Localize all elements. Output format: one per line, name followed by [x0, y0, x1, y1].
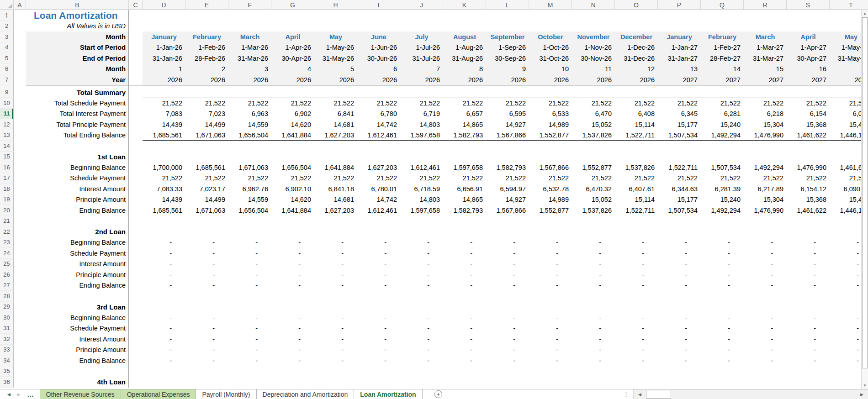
cell-Q4[interactable]: 1-Feb-27 [701, 42, 744, 53]
cell-I31[interactable]: - [357, 323, 400, 334]
cell-D31[interactable]: - [143, 323, 185, 334]
cell-M23[interactable]: - [529, 237, 572, 248]
cell-G32[interactable]: - [271, 334, 314, 345]
cell-S19[interactable]: 15,368 [787, 194, 830, 205]
cell-D16[interactable]: 1,700,000 [143, 162, 185, 173]
cell-E27[interactable]: - [185, 280, 228, 291]
cell-a1[interactable] [14, 10, 26, 21]
cell-L19[interactable]: 14,927 [486, 194, 529, 205]
cell-P2[interactable] [658, 21, 701, 32]
row-header-26[interactable]: 26 [0, 269, 14, 280]
cell-S32[interactable]: - [787, 334, 830, 345]
cell-I11[interactable]: 6,780 [357, 109, 400, 120]
cell-I22[interactable] [357, 226, 400, 237]
cell-S13[interactable]: 1,461,622 [787, 130, 830, 141]
cell-a17[interactable] [14, 173, 26, 184]
column-header-O[interactable]: O [615, 0, 658, 10]
cell-J3[interactable]: July [400, 31, 443, 42]
cell-S18[interactable]: 6,154.12 [787, 184, 830, 194]
cell-K34[interactable]: - [443, 355, 486, 366]
row-label-3[interactable]: Month [26, 31, 129, 42]
cell-P24[interactable]: - [658, 248, 701, 259]
row-header-7[interactable]: 7 [0, 74, 14, 85]
cell-I34[interactable]: - [357, 355, 400, 366]
cell-E12[interactable]: 14,499 [185, 119, 228, 130]
cell-S3[interactable]: April [787, 31, 830, 42]
vertical-scrollbar-thumb[interactable] [862, 17, 868, 368]
cell-c26[interactable] [129, 269, 143, 280]
cell-c4[interactable] [129, 42, 143, 53]
cell-N28[interactable] [572, 291, 615, 302]
cell-c24[interactable] [129, 248, 143, 259]
cell-L30[interactable]: - [486, 312, 529, 323]
cell-c28[interactable] [129, 291, 143, 302]
cell-a14[interactable] [14, 141, 26, 152]
cell-O19[interactable]: 15,114 [615, 194, 658, 205]
cell-S11[interactable]: 6,154 [787, 109, 830, 120]
column-header-T[interactable]: T [830, 0, 868, 10]
cell-G9[interactable] [271, 87, 314, 98]
row-header-4[interactable]: 4 [0, 42, 14, 53]
row-label-10[interactable]: Total Schedule Payment [26, 98, 129, 109]
cell-I10[interactable]: 21,522 [357, 98, 400, 109]
cell-G31[interactable]: - [271, 323, 314, 334]
cell-N27[interactable]: - [572, 280, 615, 291]
cell-Q23[interactable]: - [701, 237, 744, 248]
cell-D29[interactable] [143, 302, 185, 313]
cell-H7[interactable]: 2026 [314, 74, 357, 85]
cell-P30[interactable]: - [658, 312, 701, 323]
cell-I7[interactable]: 2026 [357, 74, 400, 85]
cell-K27[interactable]: - [443, 280, 486, 291]
cell-F30[interactable]: - [228, 312, 271, 323]
scrollbar-splitter[interactable]: ⋮ [619, 389, 633, 399]
cell-F28[interactable] [228, 291, 271, 302]
cell-G25[interactable]: - [271, 259, 314, 270]
cell-R9[interactable] [744, 87, 787, 98]
cell-R6[interactable]: 15 [744, 64, 787, 75]
cell-c1[interactable] [129, 10, 143, 21]
cell-L1[interactable] [486, 10, 529, 21]
cell-G33[interactable]: - [271, 345, 314, 356]
cell-J31[interactable]: - [400, 323, 443, 334]
cell-N4[interactable]: 1-Nov-26 [572, 42, 615, 53]
cell-S23[interactable]: - [787, 237, 830, 248]
cell-J33[interactable]: - [400, 345, 443, 356]
cell-c16[interactable] [129, 162, 143, 173]
cell-P21[interactable] [658, 216, 701, 227]
row-header-10[interactable]: 10 [0, 98, 14, 109]
cell-R29[interactable] [744, 302, 787, 313]
cell-N15[interactable] [572, 152, 615, 163]
cell-E7[interactable]: 2026 [185, 74, 228, 85]
cell-R21[interactable] [744, 216, 787, 227]
cell-D25[interactable]: - [143, 259, 185, 270]
cell-J18[interactable]: 6,718.59 [400, 184, 443, 194]
cell-I15[interactable] [357, 152, 400, 163]
cell-N1[interactable] [572, 10, 615, 21]
cell-H30[interactable]: - [314, 312, 357, 323]
cell-J35[interactable] [400, 366, 443, 377]
cell-Q24[interactable]: - [701, 248, 744, 259]
cell-P29[interactable] [658, 302, 701, 313]
cell-L10[interactable]: 21,522 [486, 98, 529, 109]
cell-I13[interactable]: 1,612,461 [357, 130, 400, 141]
cell-J19[interactable]: 14,803 [400, 194, 443, 205]
cell-S29[interactable] [787, 302, 830, 313]
row-label-11[interactable]: Total Interest Payment [26, 109, 129, 120]
cell-S17[interactable]: 21,522 [787, 173, 830, 184]
cell-K16[interactable]: 1,597,658 [443, 162, 486, 173]
cell-O1[interactable] [615, 10, 658, 21]
cell-S30[interactable]: - [787, 312, 830, 323]
cell-J28[interactable] [400, 291, 443, 302]
cell-E4[interactable]: 1-Feb-26 [185, 42, 228, 53]
cell-E31[interactable]: - [185, 323, 228, 334]
cell-G10[interactable]: 21,522 [271, 98, 314, 109]
cell-J30[interactable]: - [400, 312, 443, 323]
cell-J1[interactable] [400, 10, 443, 21]
row-header-32[interactable]: 32 [0, 334, 14, 345]
row-label-27[interactable]: Ending Balance [26, 280, 129, 291]
row-header-6[interactable]: 6 [0, 64, 14, 75]
cell-a3[interactable] [14, 31, 26, 42]
cell-O16[interactable]: 1,537,826 [615, 162, 658, 173]
row-label-36[interactable]: 4th Loan [26, 377, 129, 388]
cell-a21[interactable] [14, 216, 26, 227]
